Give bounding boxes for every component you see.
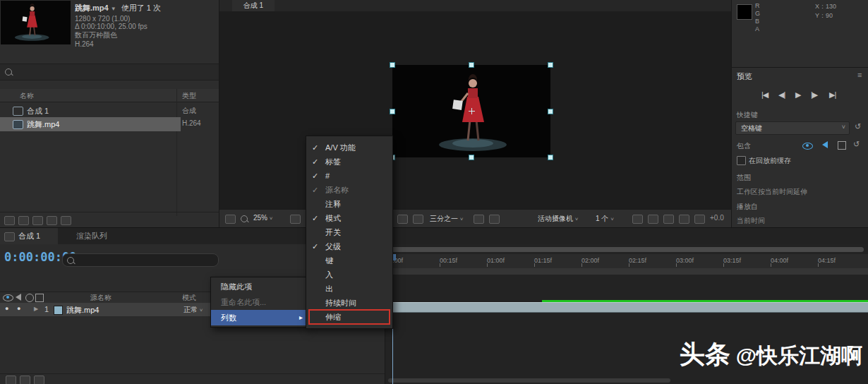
column-mode[interactable]: 模式: [182, 293, 196, 303]
interpret-footage-icon[interactable]: [4, 216, 15, 225]
selection-handle-nw[interactable]: [390, 62, 395, 68]
layer-label-swatch[interactable]: [54, 306, 63, 315]
submenu-item-switches[interactable]: 开关: [306, 225, 392, 239]
range-value[interactable]: 工作区按当前时间延伸: [737, 187, 807, 197]
submenu-item-parent[interactable]: ✓父级: [306, 239, 392, 253]
header-context-menu: 隐藏此项 重命名此项... 列数 ▸: [210, 277, 308, 328]
submenu-item-label[interactable]: ✓标签: [306, 155, 392, 169]
selection-handle-w[interactable]: [390, 109, 395, 114]
pixel-aspect-icon[interactable]: [632, 215, 643, 224]
menu-item-hide-this[interactable]: 隐藏此项: [211, 279, 307, 294]
magnify-icon[interactable]: [241, 215, 248, 222]
submenu-item-number[interactable]: ✓#: [306, 169, 392, 183]
view-layout-dropdown[interactable]: 1 个 ˅: [596, 214, 614, 224]
layer-name[interactable]: 跳舞.mp4: [66, 305, 99, 316]
submenu-item-comment[interactable]: 注释: [306, 197, 392, 211]
exposure-value[interactable]: +0.0: [710, 214, 724, 222]
footage-codec: H.264: [75, 40, 216, 48]
project-item-footage[interactable]: 跳舞.mp4 H.264: [0, 117, 219, 131]
submenu-item-out[interactable]: 出: [306, 282, 392, 296]
next-frame-button[interactable]: |▶: [811, 90, 817, 100]
layer-blend-mode-dropdown[interactable]: 正常 ˅: [183, 305, 203, 315]
prev-frame-button[interactable]: ◀|: [778, 90, 785, 100]
grid-guides-icon[interactable]: [290, 215, 301, 224]
selection-handle-n[interactable]: [469, 62, 474, 68]
resolution-dropdown[interactable]: 三分之一 ˅: [430, 214, 463, 224]
work-area-bar[interactable]: [385, 268, 868, 275]
fast-preview-icon[interactable]: [474, 215, 484, 224]
submenu-item-mode[interactable]: ✓模式: [306, 211, 392, 225]
magnification-dropdown[interactable]: 25% ˅: [253, 214, 272, 222]
timeline-search-input[interactable]: [62, 253, 219, 267]
column-header-name[interactable]: 名称: [20, 91, 34, 101]
roi-icon[interactable]: [397, 215, 408, 224]
horizontal-scrollbar[interactable]: [388, 378, 670, 383]
time-ruler[interactable]: :00f 00:15f 01:00f 01:15f 02:00f 02:15f …: [385, 254, 868, 269]
camera-dropdown[interactable]: 活动摄像机 ˅: [538, 214, 578, 224]
layer-expander-icon[interactable]: ▶: [34, 306, 38, 312]
column-source-name[interactable]: 源名称: [90, 293, 111, 303]
composition-viewer-panel: 合成 1: [219, 0, 732, 227]
timeline-tab-render-queue[interactable]: 渲染队列: [64, 228, 120, 244]
check-icon: ✓: [312, 211, 323, 225]
include-audio-speaker-icon[interactable]: [822, 141, 828, 148]
ruler-label: 01:00f: [487, 257, 505, 264]
project-item-composition[interactable]: 合成 1 合成: [0, 104, 219, 117]
footage-usage[interactable]: 使用了 1 次: [121, 4, 161, 12]
selection-handle-se[interactable]: [548, 155, 553, 160]
column-header-type[interactable]: 类型: [182, 91, 196, 101]
timeline-tab-composition[interactable]: 合成 1: [0, 228, 58, 244]
composition-frame[interactable]: [392, 65, 550, 157]
menu-item-rename-this: 重命名此项...: [211, 294, 307, 310]
new-composition-icon[interactable]: [47, 216, 57, 225]
shortcut-dropdown[interactable]: 空格键 ˅: [735, 121, 850, 135]
always-preview-icon[interactable]: [225, 215, 236, 224]
camera-settings-icon[interactable]: [489, 215, 500, 224]
new-folder-icon[interactable]: [32, 216, 43, 225]
project-item-name[interactable]: 合成 1: [27, 106, 49, 116]
submenu-item-keys[interactable]: 键: [306, 253, 392, 268]
project-item-name[interactable]: 跳舞.mp4: [27, 119, 59, 130]
motion-blur-toggle-icon[interactable]: [34, 376, 44, 384]
submenu-item-stretch[interactable]: 伸缩: [306, 310, 392, 324]
first-frame-button[interactable]: |◀: [761, 90, 768, 100]
layer-visibility-eye-icon[interactable]: ●: [5, 305, 8, 312]
cache-checkbox-label[interactable]: 在回放前缓存: [749, 156, 791, 166]
play-from-value[interactable]: 当前时间: [737, 216, 765, 226]
exposure-reset-icon[interactable]: [694, 215, 705, 224]
selection-handle-e[interactable]: [548, 109, 553, 114]
last-frame-button[interactable]: ▶|: [829, 90, 836, 100]
delete-icon[interactable]: [61, 216, 71, 225]
submenu-item-in[interactable]: 入: [306, 268, 392, 282]
project-search-bar[interactable]: [0, 64, 219, 80]
include-overlays-icon[interactable]: [838, 141, 846, 150]
y-label: Y：: [815, 12, 826, 19]
chevron-down-icon: ˅: [270, 215, 273, 222]
include-video-eye-icon[interactable]: [802, 143, 813, 150]
layer-duration-bar[interactable]: [392, 302, 868, 313]
frame-blend-toggle-icon[interactable]: [20, 376, 30, 384]
layer-audio-icon[interactable]: ●: [17, 305, 20, 312]
play-button[interactable]: ▶: [795, 90, 800, 100]
timeline-navigator-bar[interactable]: [388, 247, 864, 252]
shy-layers-toggle-icon[interactable]: [6, 376, 16, 384]
loop-icon[interactable]: ↺: [853, 140, 860, 149]
transparency-grid-icon[interactable]: [413, 215, 423, 224]
footage-name[interactable]: 跳舞.mp4: [75, 4, 109, 12]
flowchart-button-icon[interactable]: [663, 215, 674, 224]
bit-depth-icon[interactable]: [18, 216, 29, 225]
after-effects-window: 跳舞.mp4 ▼ 使用了 1 次 1280 x 720 (1.00) Δ 0:0…: [0, 0, 868, 384]
cache-before-playback-checkbox[interactable]: [737, 156, 746, 165]
panel-menu-icon[interactable]: ≡: [857, 71, 862, 79]
anchor-point[interactable]: [469, 108, 475, 114]
timeline-button-icon[interactable]: [648, 215, 658, 224]
submenu-item-av-features[interactable]: ✓A/V 功能: [306, 140, 392, 155]
submenu-item-duration[interactable]: 持续时间: [306, 296, 392, 310]
snapshot-icon[interactable]: [679, 215, 689, 224]
viewer-tab-composition[interactable]: 合成 1: [232, 0, 275, 11]
footage-caret-icon[interactable]: ▼: [111, 6, 116, 12]
selection-handle-ne[interactable]: [548, 62, 553, 68]
selection-handle-s[interactable]: [469, 155, 474, 160]
menu-item-columns[interactable]: 列数 ▸: [211, 310, 307, 325]
reset-shortcut-icon[interactable]: ↺: [855, 122, 861, 131]
